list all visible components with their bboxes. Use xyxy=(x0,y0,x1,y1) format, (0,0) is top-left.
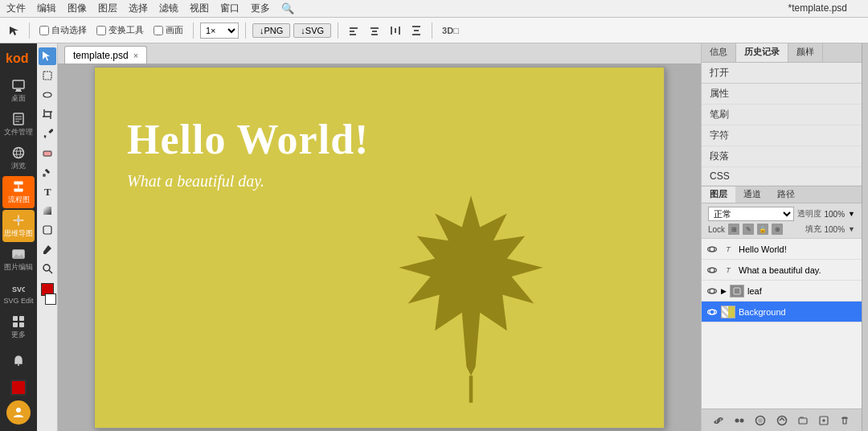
sidebar-item-flowchart[interactable]: 流程图 xyxy=(2,176,35,208)
sidebar-item-more[interactable]: 更多 xyxy=(2,311,35,343)
lock-artboard-btn[interactable]: ⊕ xyxy=(772,224,783,235)
align-left-btn[interactable] xyxy=(345,23,362,38)
tool-gradient[interactable] xyxy=(39,202,56,220)
layer-item-background[interactable]: Background xyxy=(702,302,862,322)
user-avatar[interactable] xyxy=(6,400,31,425)
layer-delete-btn[interactable] xyxy=(837,413,852,428)
svg-line-56 xyxy=(49,270,52,273)
tool-text[interactable]: T xyxy=(39,183,56,200)
auto-select-checkbox[interactable] xyxy=(39,26,49,35)
tool-move[interactable] xyxy=(39,47,56,65)
menu-image[interactable]: 图像 xyxy=(68,2,87,15)
tool-pen[interactable] xyxy=(39,240,56,258)
svg-rect-26 xyxy=(14,188,23,191)
tab-swatches[interactable]: 颜样 xyxy=(788,43,823,62)
export-png-btn[interactable]: ↓PNG xyxy=(252,23,290,38)
toolbar-auto-select[interactable]: 自动选择 xyxy=(36,23,90,38)
layer-item[interactable]: T What a beautiful day. xyxy=(702,260,862,281)
fill-arrow[interactable]: ▼ xyxy=(848,225,855,233)
frame-checkbox[interactable] xyxy=(154,26,163,35)
tool-crop[interactable] xyxy=(39,105,56,123)
tab-info[interactable]: 信息 xyxy=(702,43,736,62)
layer-item[interactable]: ▶ leaf xyxy=(702,281,862,302)
zoom-select[interactable]: 1×2×0.5× xyxy=(200,23,239,39)
prop-item-css[interactable]: CSS xyxy=(702,167,862,186)
tool-lasso[interactable] xyxy=(39,86,56,104)
layer-visibility-toggle[interactable] xyxy=(706,244,718,255)
align-center-btn[interactable] xyxy=(366,23,383,38)
tool-select[interactable] xyxy=(39,67,56,84)
tool-eraser[interactable] xyxy=(39,144,56,162)
prop-item-paragraph[interactable]: 段落 xyxy=(702,146,862,167)
layer-visibility-toggle[interactable] xyxy=(706,306,718,318)
menu-select[interactable]: 选择 xyxy=(129,2,148,15)
menu-layer[interactable]: 图层 xyxy=(98,2,117,15)
layers-tab-paths[interactable]: 路径 xyxy=(769,187,803,203)
svg-point-28 xyxy=(17,218,21,222)
menu-search-icon[interactable]: 🔍 xyxy=(281,2,294,14)
export-svg-btn[interactable]: ↓SVG xyxy=(293,23,331,38)
tool-zoom[interactable] xyxy=(39,260,56,277)
sidebar-item-svgeditor[interactable]: SVG SVG Edit xyxy=(2,277,35,310)
toolbar-arrow[interactable] xyxy=(5,23,23,38)
panel-resize-handle[interactable] xyxy=(862,43,868,431)
menu-edit[interactable]: 编辑 xyxy=(37,2,56,15)
layer-expand-arrow[interactable]: ▶ xyxy=(721,287,727,295)
tab-close-btn[interactable]: × xyxy=(133,51,138,60)
tool-shape[interactable] xyxy=(39,221,56,239)
layer-adjustment-btn[interactable] xyxy=(775,413,789,428)
layers-tab-layers[interactable]: 图层 xyxy=(702,187,735,203)
history-item-open[interactable]: 打开 xyxy=(702,63,862,83)
menu-filter[interactable]: 滤镜 xyxy=(159,2,178,15)
transform-checkbox[interactable] xyxy=(96,26,106,35)
properties-section: 属性 笔刷 字符 段落 CSS xyxy=(702,83,862,186)
prop-item-character[interactable]: 字符 xyxy=(702,125,862,146)
layer-mask-btn[interactable] xyxy=(753,413,768,428)
svg-rect-11 xyxy=(412,34,420,35)
tab-template[interactable]: template.psd × xyxy=(64,46,147,64)
tool-background-color[interactable] xyxy=(45,293,56,305)
sidebar-item-files[interactable]: 文件管理 xyxy=(2,109,35,141)
menu-view[interactable]: 视图 xyxy=(190,2,209,15)
layer-effects-btn[interactable] xyxy=(732,413,747,428)
prop-item-properties[interactable]: 属性 xyxy=(702,84,862,105)
sidebar-item-mindmap[interactable]: 思维导图 xyxy=(2,210,35,242)
layer-visibility-toggle[interactable] xyxy=(706,285,718,297)
foreground-color[interactable] xyxy=(10,380,27,396)
svg-text:T: T xyxy=(44,186,51,197)
lock-position-btn[interactable]: ✎ xyxy=(743,224,754,235)
svg-point-63 xyxy=(708,289,717,293)
toolbar-transform[interactable]: 变换工具 xyxy=(93,23,147,38)
distribute-h-btn[interactable] xyxy=(387,23,404,38)
sidebar-item-photos[interactable]: 图片编辑 xyxy=(2,244,35,276)
layer-group-btn[interactable] xyxy=(796,413,810,428)
tool-eyedropper[interactable] xyxy=(39,163,56,181)
opacity-arrow[interactable]: ▼ xyxy=(848,210,855,218)
layer-visibility-toggle[interactable] xyxy=(706,265,718,276)
sidebar-item-notifications[interactable] xyxy=(2,345,35,377)
canvas-viewport[interactable]: Hello World! What a beautiful day. xyxy=(58,64,701,431)
tab-bar: template.psd × xyxy=(58,43,701,64)
layer-item[interactable]: T Hello World! xyxy=(702,239,862,260)
tool-brush[interactable] xyxy=(39,125,56,142)
tab-history[interactable]: 历史记录 xyxy=(736,43,788,62)
distribute-v-btn[interactable] xyxy=(407,23,425,38)
blend-mode-select[interactable]: 正常 xyxy=(708,207,794,221)
layer-link-btn[interactable] xyxy=(711,413,726,428)
svg-rect-25 xyxy=(14,181,23,184)
menu-more[interactable]: 更多 xyxy=(251,2,270,15)
fill-value: 100% xyxy=(825,225,845,234)
layers-tab-channels[interactable]: 通道 xyxy=(735,187,769,203)
prop-item-brush[interactable]: 笔刷 xyxy=(702,105,862,125)
toolbar-frame[interactable]: 画面 xyxy=(150,23,186,38)
canvas-text-hello: Hello World! xyxy=(127,116,369,163)
lock-all-btn[interactable]: 🔒 xyxy=(757,224,768,235)
lock-pixels-btn[interactable]: ⊞ xyxy=(728,224,739,235)
sidebar-item-browser[interactable]: 浏览 xyxy=(2,142,35,174)
sidebar-item-desktop[interactable]: 桌面 xyxy=(2,75,35,107)
menu-window[interactable]: 窗口 xyxy=(220,2,240,15)
3d-btn[interactable]: 3D□ xyxy=(439,24,462,37)
layer-new-btn[interactable] xyxy=(817,413,831,428)
menu-file[interactable]: 文件 xyxy=(6,2,26,15)
canvas-document[interactable]: Hello World! What a beautiful day. xyxy=(94,67,665,429)
